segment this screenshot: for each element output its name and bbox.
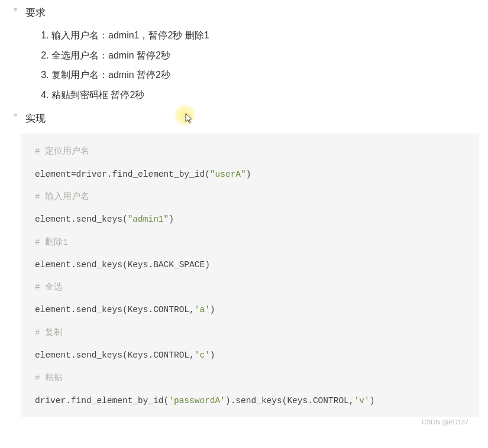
code-block: # 定位用户名 element=driver.find_element_by_i…: [21, 134, 479, 417]
step-item: 全选用户名：admin 暂停2秒: [51, 48, 479, 63]
watermark-text: CSDN @PD137: [422, 418, 468, 426]
step-item: 粘贴到密码框 暂停2秒: [51, 87, 479, 103]
code-comment: # 删除1: [35, 238, 68, 247]
code-comment: # 全选: [35, 283, 63, 292]
code-line: element.send_keys("admin1"): [35, 213, 465, 225]
step-item: 复制用户名：admin 暂停2秒: [51, 67, 479, 83]
code-line: driver.find_element_by_id('passwordA').s…: [35, 395, 465, 407]
code-comment: # 输入用户名: [35, 192, 89, 202]
step-item: 输入用户名：admin1，暂停2秒 删除1: [51, 28, 479, 43]
code-line: element.send_keys(Keys.CONTROL,'c'): [35, 349, 465, 361]
implementation-heading: 实现: [25, 112, 479, 125]
code-line: element=driver.find_element_by_id("userA…: [35, 168, 465, 180]
code-comment: # 定位用户名: [35, 147, 89, 156]
requirements-heading: 要求: [25, 6, 479, 20]
code-comment: # 复制: [35, 328, 63, 337]
code-comment: # 粘贴: [35, 373, 63, 382]
code-line: element.send_keys(Keys.BACK_SPACE): [35, 259, 465, 271]
code-line: element.send_keys(Keys.CONTROL,'a'): [35, 304, 465, 316]
